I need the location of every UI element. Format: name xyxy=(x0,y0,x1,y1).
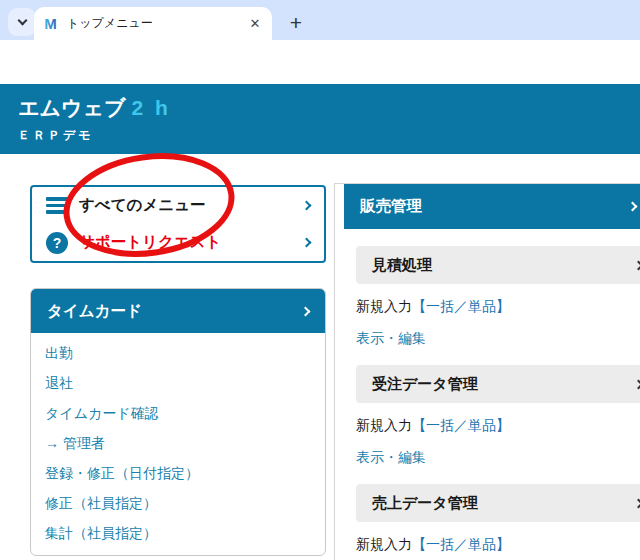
question-icon: ? xyxy=(46,232,68,254)
browser-toolbar: ← → rooster.m-tone.pink/m2h/gas/kick.htm xyxy=(0,40,640,84)
site-title: エムウェブ2 h xyxy=(18,94,640,122)
sales-card: 販売管理 見積処理 新規入力【一括／単品】 表示・編集 受注データ管理 新規入力… xyxy=(334,183,640,560)
support-request-label: サポートリクエスト xyxy=(79,232,303,253)
new-tab-button[interactable]: + xyxy=(282,9,310,37)
support-request-item[interactable]: ? サポートリクエスト xyxy=(32,224,324,261)
timecard-links: 出勤 退社 タイムカード確認 →管理者 登録・修正（日付指定） 修正（社員指定）… xyxy=(31,333,325,543)
chevron-right-icon xyxy=(301,306,311,316)
timecard-header[interactable]: タイムカード xyxy=(31,289,325,333)
link-batch-single[interactable]: 【一括／単品】 xyxy=(412,536,510,552)
link-batch-single[interactable]: 【一括／単品】 xyxy=(412,298,510,314)
all-menu-item[interactable]: すべてのメニュー xyxy=(32,187,324,224)
favicon-m-icon: M xyxy=(42,15,59,32)
subsection-quote-processing[interactable]: 見積処理 xyxy=(356,246,640,284)
arrow-right-icon: → xyxy=(45,435,59,451)
timecard-header-label: タイムカード xyxy=(47,301,302,322)
menu-line: 新規入力【一括／単品】 xyxy=(356,536,640,554)
all-menu-label: すべてのメニュー xyxy=(79,195,303,216)
chevron-right-icon xyxy=(302,238,312,248)
site-title-main: エムウェブ xyxy=(18,96,125,119)
tab-title: トップメニュー xyxy=(67,15,246,32)
menu-box: すべてのメニュー ? サポートリクエスト xyxy=(30,185,326,263)
menu-line: 新規入力【一括／単品】 xyxy=(356,298,640,316)
link-display-edit[interactable]: 表示・編集 xyxy=(356,449,426,465)
new-entry-label: 新規入力 xyxy=(356,536,412,552)
tab-strip: M トップメニュー ✕ + xyxy=(0,0,640,40)
link-register-correct-date[interactable]: 登録・修正（日付指定） xyxy=(45,465,311,483)
browser-tab[interactable]: M トップメニュー ✕ xyxy=(34,7,272,40)
svg-text:M: M xyxy=(44,15,57,32)
subsection-order-data[interactable]: 受注データ管理 xyxy=(356,365,640,403)
site-title-accent: 2 h xyxy=(131,96,170,119)
sales-header-label: 販売管理 xyxy=(360,196,629,217)
site-subtitle: ＥＲＰデモ xyxy=(18,127,640,144)
menu-line: 表示・編集 xyxy=(356,449,640,467)
chevron-down-icon xyxy=(17,16,27,26)
link-clock-in[interactable]: 出勤 xyxy=(45,345,311,363)
chevron-right-icon xyxy=(302,201,312,211)
link-timecard-check[interactable]: タイムカード確認 xyxy=(45,405,311,423)
link-clock-out[interactable]: 退社 xyxy=(45,375,311,393)
sales-content: 見積処理 新規入力【一括／単品】 表示・編集 受注データ管理 新規入力【一括／単… xyxy=(344,246,640,560)
timecard-card: タイムカード 出勤 退社 タイムカード確認 →管理者 登録・修正（日付指定） 修… xyxy=(30,288,326,556)
link-correct-employee[interactable]: 修正（社員指定） xyxy=(45,495,311,513)
hamburger-icon xyxy=(46,197,68,214)
link-batch-single[interactable]: 【一括／単品】 xyxy=(412,417,510,433)
tab-close-icon[interactable]: ✕ xyxy=(246,15,264,33)
subsection-sales-data[interactable]: 売上データ管理 xyxy=(356,484,640,522)
link-tally-employee[interactable]: 集計（社員指定） xyxy=(45,525,311,543)
site-header: エムウェブ2 h ＥＲＰデモ xyxy=(0,84,640,154)
new-entry-label: 新規入力 xyxy=(356,417,412,433)
link-display-edit[interactable]: 表示・編集 xyxy=(356,330,426,346)
menu-line: 表示・編集 xyxy=(356,330,640,348)
new-entry-label: 新規入力 xyxy=(356,298,412,314)
chevron-right-icon xyxy=(628,202,638,212)
tab-search-button[interactable] xyxy=(8,8,36,36)
sales-header[interactable]: 販売管理 xyxy=(344,184,640,229)
menu-line: 新規入力【一括／単品】 xyxy=(356,417,640,435)
link-administrator[interactable]: →管理者 xyxy=(45,435,311,453)
